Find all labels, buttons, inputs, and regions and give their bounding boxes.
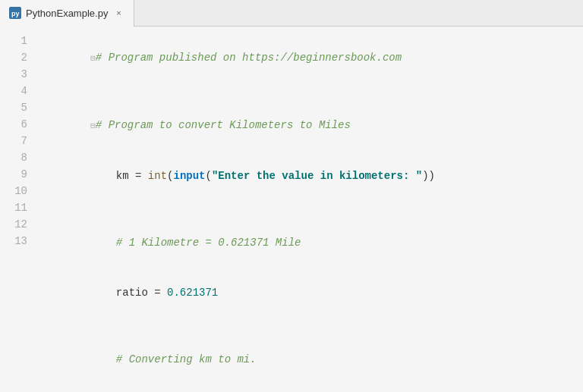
code-line-6: # 1 Kilometre = 0.621371 Mile <box>39 218 583 268</box>
code-line-4: km = int(input("Enter the value in kilom… <box>39 151 583 201</box>
code-line-1: ⊟# Program published on https://beginner… <box>39 33 583 83</box>
code-line-8 <box>39 318 583 334</box>
line-number: 12 <box>0 216 36 233</box>
line-number: 6 <box>0 116 36 133</box>
line-number: 2 <box>0 49 36 66</box>
tab-close-button[interactable]: × <box>112 7 124 19</box>
code-line-7: ratio = 0.621371 <box>39 268 583 318</box>
tab-filename: PythonExample.py <box>26 8 108 19</box>
code-line-9: # Converting km to mi. <box>39 334 583 384</box>
line-number: 9 <box>0 166 36 183</box>
code-line-3: ⊟# Program to convert Kilometers to Mile… <box>39 100 583 151</box>
file-tab[interactable]: py PythonExample.py × <box>0 0 134 27</box>
line-number: 3 <box>0 66 36 83</box>
line-number: 8 <box>0 149 36 166</box>
code-area[interactable]: ⊟# Program published on https://beginner… <box>36 27 583 392</box>
line-number: 4 <box>0 83 36 99</box>
code-line-2 <box>39 83 583 100</box>
svg-text:py: py <box>11 10 20 17</box>
python-file-icon: py <box>9 7 21 19</box>
tab-bar: py PythonExample.py × <box>0 0 583 27</box>
line-number: 10 <box>0 183 36 199</box>
indent <box>90 353 116 365</box>
line-number: 1 <box>0 33 36 49</box>
indent <box>90 287 116 299</box>
line-number: 5 <box>0 99 36 116</box>
fold-icon-1: ⊟ <box>90 54 96 63</box>
line-numbers: 1 2 3 4 5 6 7 8 9 10 11 12 13 <box>0 27 36 392</box>
code-line-10: mi = km * ratio <box>39 384 583 392</box>
line-number: 11 <box>0 199 36 216</box>
editor: 1 2 3 4 5 6 7 8 9 10 11 12 13 ⊟# Program… <box>0 27 583 392</box>
line-number: 7 <box>0 133 36 149</box>
code-line-5 <box>39 201 583 218</box>
indent <box>90 170 116 182</box>
fold-icon-3: ⊟ <box>90 121 96 130</box>
line-number: 13 <box>0 233 36 249</box>
window: py PythonExample.py × 1 2 3 4 5 6 7 8 9 … <box>0 0 583 392</box>
indent <box>90 237 116 249</box>
